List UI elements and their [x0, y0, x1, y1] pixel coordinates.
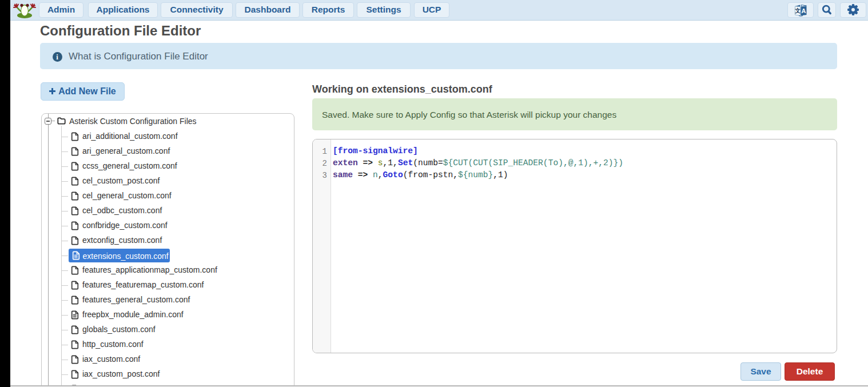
svg-text:A: A [801, 7, 806, 14]
svg-text:文: 文 [794, 7, 801, 14]
